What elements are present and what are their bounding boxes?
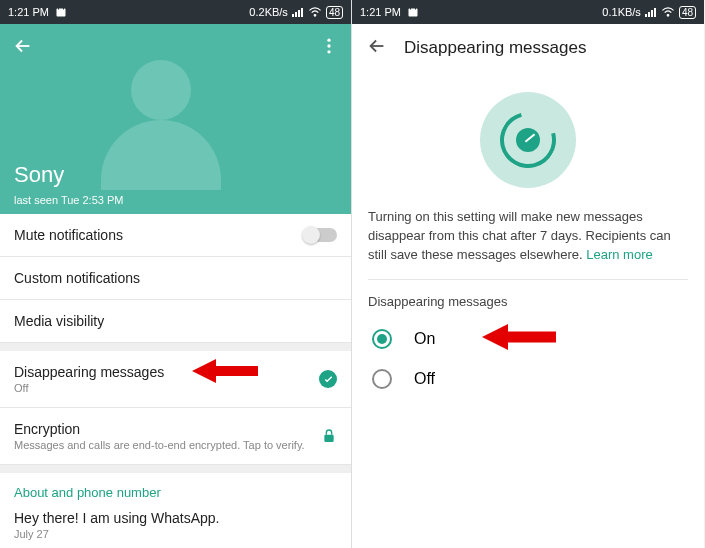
about-text: Hey there! I am using WhatsApp.: [14, 510, 337, 526]
learn-more-link[interactable]: Learn more: [586, 247, 652, 262]
status-bar: 1:21 PM 0.2KB/s 48: [0, 0, 351, 24]
calendar-icon: [407, 6, 419, 18]
section-label: Disappearing messages: [368, 294, 688, 309]
row-sub: Messages and calls are end-to-end encryp…: [14, 439, 305, 451]
row-mute-notifications[interactable]: Mute notifications: [0, 214, 351, 257]
signal-icon: [292, 7, 304, 17]
avatar[interactable]: [101, 60, 251, 210]
radio-label: On: [414, 330, 435, 348]
row-disappearing-messages[interactable]: Disappearing messages Off: [0, 343, 351, 408]
annotation-arrow-icon: [480, 317, 558, 361]
contact-info-screen: 1:21 PM 0.2KB/s 48 Sony last: [0, 0, 352, 548]
back-icon[interactable]: [366, 35, 388, 61]
status-net: 0.2KB/s: [249, 6, 288, 18]
row-sub: Off: [14, 382, 164, 394]
row-label: Media visibility: [14, 313, 104, 329]
row-media-visibility[interactable]: Media visibility: [0, 300, 351, 343]
svg-rect-3: [292, 14, 294, 17]
wifi-icon: [308, 7, 322, 17]
svg-marker-21: [482, 324, 508, 350]
svg-point-9: [327, 44, 330, 47]
status-time: 1:21 PM: [8, 6, 49, 18]
radio-option-on[interactable]: On: [368, 319, 688, 359]
about-header: About and phone number: [0, 465, 351, 504]
row-label: Encryption: [14, 421, 305, 437]
signal-icon: [645, 7, 657, 17]
about-date: July 27: [14, 528, 337, 540]
svg-rect-2: [63, 7, 64, 10]
svg-rect-4: [295, 12, 297, 17]
annotation-arrow-icon: [190, 353, 260, 393]
svg-rect-13: [408, 9, 417, 17]
last-seen: last seen Tue 2:53 PM: [14, 194, 123, 206]
row-about[interactable]: Hey there! I am using WhatsApp. July 27: [0, 504, 351, 548]
row-custom-notifications[interactable]: Custom notifications: [0, 257, 351, 300]
svg-rect-5: [298, 10, 300, 17]
contact-name: Sony: [14, 162, 64, 188]
svg-point-10: [327, 50, 330, 53]
wifi-icon: [661, 7, 675, 17]
disappearing-illustration-icon: [480, 92, 576, 188]
svg-rect-16: [645, 14, 647, 17]
more-icon[interactable]: [319, 36, 339, 60]
radio-label: Off: [414, 370, 435, 388]
timer-check-icon: [319, 370, 337, 388]
app-bar: Disappearing messages: [352, 24, 704, 72]
back-icon[interactable]: [12, 35, 34, 61]
radio-option-off[interactable]: Off: [368, 359, 688, 399]
mute-toggle[interactable]: [303, 228, 337, 242]
status-bar: 1:21 PM 0.1KB/s 48: [352, 0, 704, 24]
lock-icon: [321, 428, 337, 444]
svg-point-8: [327, 39, 330, 42]
radio-icon[interactable]: [372, 369, 392, 389]
battery-icon: 48: [679, 6, 696, 19]
page-title: Disappearing messages: [404, 38, 586, 58]
svg-rect-1: [58, 7, 59, 10]
svg-rect-17: [648, 12, 650, 17]
status-time: 1:21 PM: [360, 6, 401, 18]
svg-rect-14: [410, 7, 411, 10]
svg-point-7: [314, 15, 316, 17]
svg-rect-18: [651, 10, 653, 17]
svg-marker-11: [192, 359, 216, 383]
disappearing-messages-screen: 1:21 PM 0.1KB/s 48 Disappearing messages: [352, 0, 704, 548]
description-text: Turning on this setting will make new me…: [368, 208, 688, 280]
settings-list: Mute notifications Custom notifications …: [0, 214, 351, 548]
svg-point-20: [667, 15, 669, 17]
svg-rect-19: [654, 8, 656, 17]
radio-icon[interactable]: [372, 329, 392, 349]
row-label: Disappearing messages: [14, 364, 164, 380]
row-label: Custom notifications: [14, 270, 140, 286]
row-encryption[interactable]: Encryption Messages and calls are end-to…: [0, 408, 351, 465]
svg-rect-6: [301, 8, 303, 17]
calendar-icon: [55, 6, 67, 18]
svg-rect-0: [56, 9, 65, 17]
row-label: Mute notifications: [14, 227, 123, 243]
status-net: 0.1KB/s: [602, 6, 641, 18]
svg-rect-12: [324, 435, 333, 442]
profile-header: Sony last seen Tue 2:53 PM: [0, 24, 351, 214]
svg-rect-15: [415, 7, 416, 10]
battery-icon: 48: [326, 6, 343, 19]
